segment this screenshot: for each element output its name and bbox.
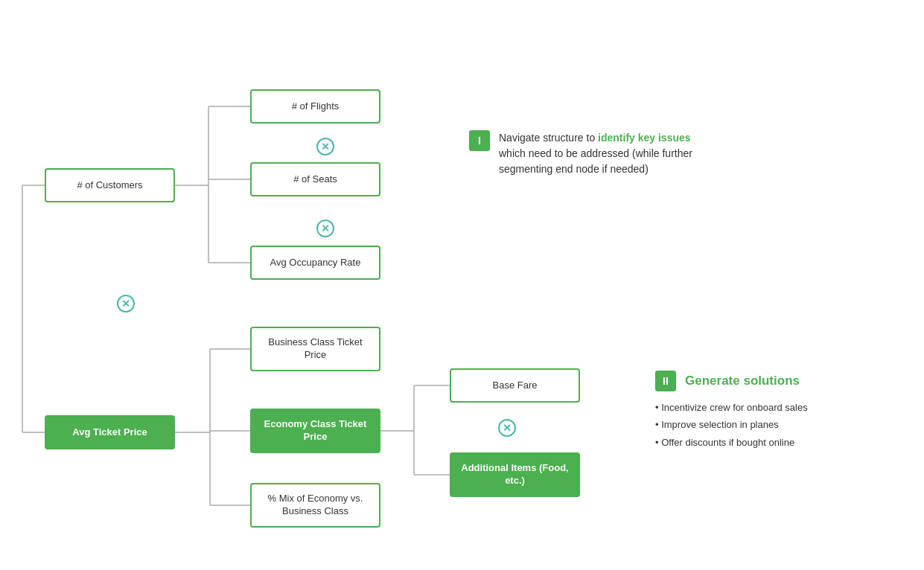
cross-symbol-2: ✕: [316, 220, 334, 237]
business-class-node: Business Class Ticket Price: [250, 327, 380, 371]
cross-symbol-4: ✕: [498, 419, 516, 437]
economy-class-node: Economy Class Ticket Price: [250, 409, 380, 453]
seats-node: # of Seats: [250, 162, 380, 196]
bullet-item-3: Offer discounts if bought online: [655, 434, 808, 451]
flights-node: # of Flights: [250, 89, 380, 124]
info-panel-1: I Navigate structure to identify key iss…: [469, 130, 700, 177]
bullet-item-1: Incentivize crew for onboard sales: [655, 399, 808, 416]
info-label-2: Generate solutions: [685, 374, 800, 388]
additional-items-node: Additional Items (Food, etc.): [450, 452, 580, 497]
info-badge-1: I: [469, 130, 490, 151]
bullet-list: Incentivize crew for onboard sales Impro…: [655, 399, 808, 451]
bullet-item-2: Improve selection in planes: [655, 416, 808, 433]
info-badge-2: II: [655, 371, 676, 391]
info-text-1: Navigate structure to identify key issue…: [499, 130, 700, 177]
avg-occupancy-node: Avg Occupancy Rate: [250, 246, 380, 280]
info-highlight-1: identify key issues: [598, 132, 691, 144]
base-fare-node: Base Fare: [450, 368, 580, 403]
customers-node: # of Customers: [45, 168, 175, 202]
diagram-container: # of Customers Avg Ticket Price # of Fli…: [0, 0, 924, 570]
avg-ticket-price-node: Avg Ticket Price: [45, 415, 175, 449]
cross-symbol-1: ✕: [316, 138, 334, 156]
cross-symbol-3: ✕: [117, 295, 135, 313]
mix-economy-node: % Mix of Economy vs. Business Class: [250, 483, 380, 528]
info-panel-2: II Generate solutions Incentivize crew f…: [655, 371, 808, 451]
